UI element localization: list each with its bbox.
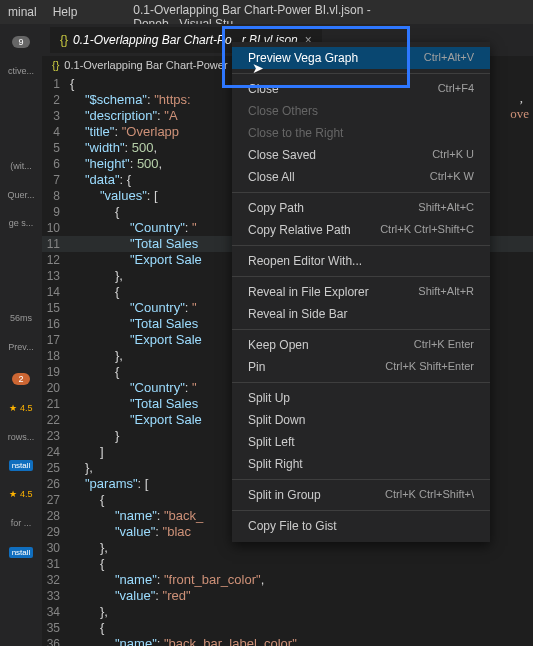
menu-item-reopen-editor-with-[interactable]: Reopen Editor With...	[232, 250, 490, 272]
line-number: 11	[42, 236, 70, 252]
code-line[interactable]: 32"name": "front_bar_color",	[42, 572, 533, 588]
sidebar-rating: ★ 4.5	[9, 403, 32, 414]
sidebar-rating-2: ★ 4.5	[9, 489, 32, 500]
line-number: 26	[42, 476, 70, 492]
code-line[interactable]: 33"value": "red"	[42, 588, 533, 604]
menu-item-reveal-in-side-bar[interactable]: Reveal in Side Bar	[232, 303, 490, 325]
menu-item-close-saved[interactable]: Close SavedCtrl+K U	[232, 144, 490, 166]
menu-label: Split in Group	[248, 488, 321, 502]
sidebar-prev: Prev...	[8, 342, 33, 353]
line-number: 30	[42, 540, 70, 556]
menu-label: Reveal in Side Bar	[248, 307, 347, 321]
menu-label: Preview Vega Graph	[248, 51, 358, 65]
sidebar-ges[interactable]: ge s...	[9, 218, 34, 229]
menu-label: Close All	[248, 170, 295, 184]
sidebar-quer[interactable]: Quer...	[7, 190, 34, 201]
menu-separator	[232, 329, 490, 330]
menu-label: Split Right	[248, 457, 303, 471]
line-number: 32	[42, 572, 70, 588]
menu-help[interactable]: Help	[53, 5, 78, 19]
line-number: 25	[42, 460, 70, 476]
menu-item-preview-vega-graph[interactable]: Preview Vega GraphCtrl+Alt+V	[232, 47, 490, 69]
menu-item-keep-open[interactable]: Keep OpenCtrl+K Enter	[232, 334, 490, 356]
line-number: 12	[42, 252, 70, 268]
code-line[interactable]: 31{	[42, 556, 533, 572]
menu-shortcut: Shift+Alt+C	[418, 201, 474, 215]
menu-label: Pin	[248, 360, 265, 374]
breadcrumb-label: 0.1-Overlapping Bar Chart-Power	[64, 59, 227, 71]
code-line[interactable]: 30},	[42, 540, 533, 556]
line-number: 15	[42, 300, 70, 316]
menu-item-split-in-group[interactable]: Split in GroupCtrl+K Ctrl+Shift+\	[232, 484, 490, 506]
line-number: 28	[42, 508, 70, 524]
menu-item-copy-relative-path[interactable]: Copy Relative PathCtrl+K Ctrl+Shift+C	[232, 219, 490, 241]
line-number: 1	[42, 76, 70, 92]
menu-label: Keep Open	[248, 338, 309, 352]
menu-item-copy-file-to-gist[interactable]: Copy File to Gist	[232, 515, 490, 537]
context-menu: Preview Vega GraphCtrl+Alt+VCloseCtrl+F4…	[232, 42, 490, 542]
menu-label: Copy Path	[248, 201, 304, 215]
menu-label: Reopen Editor With...	[248, 254, 362, 268]
sidebar-for: for ...	[11, 518, 32, 529]
line-number: 31	[42, 556, 70, 572]
line-number: 3	[42, 108, 70, 124]
menu-shortcut: Ctrl+K Ctrl+Shift+C	[380, 223, 474, 237]
line-number: 27	[42, 492, 70, 508]
menu-separator	[232, 245, 490, 246]
menu-separator	[232, 192, 490, 193]
code-line[interactable]: 34},	[42, 604, 533, 620]
line-number: 14	[42, 284, 70, 300]
line-number: 34	[42, 604, 70, 620]
menu-item-split-up[interactable]: Split Up	[232, 387, 490, 409]
menu-label: Close Others	[248, 104, 318, 118]
sidebar-install-btn-2[interactable]: nstall	[9, 547, 34, 558]
menu-shortcut: Ctrl+K W	[430, 170, 474, 184]
line-number: 16	[42, 316, 70, 332]
code-tail-comma: ,	[520, 90, 523, 106]
menu-terminal[interactable]: minal	[8, 5, 37, 19]
menu-item-split-right[interactable]: Split Right	[232, 453, 490, 475]
menu-item-close-all[interactable]: Close AllCtrl+K W	[232, 166, 490, 188]
menu-label: Close Saved	[248, 148, 316, 162]
sidebar-ctive[interactable]: ctive...	[8, 66, 34, 77]
line-number: 9	[42, 204, 70, 220]
sidebar-ms: 56ms	[10, 313, 32, 324]
code-line[interactable]: 36"name": "back_bar_label_color",	[42, 636, 533, 646]
menu-shortcut: Ctrl+K Ctrl+Shift+\	[385, 488, 474, 502]
sidebar-with[interactable]: (wit...	[10, 161, 32, 172]
line-number: 18	[42, 348, 70, 364]
menu-label: Reveal in File Explorer	[248, 285, 369, 299]
menu-shortcut: Ctrl+F4	[438, 82, 474, 96]
line-number: 24	[42, 444, 70, 460]
menu-label: Split Left	[248, 435, 295, 449]
line-number: 35	[42, 620, 70, 636]
line-number: 8	[42, 188, 70, 204]
line-number: 22	[42, 412, 70, 428]
sidebar-badge: 9	[12, 34, 29, 48]
menu-item-copy-path[interactable]: Copy PathShift+Alt+C	[232, 197, 490, 219]
line-number: 17	[42, 332, 70, 348]
menu-shortcut: Ctrl+Alt+V	[424, 51, 474, 65]
menu-item-split-left[interactable]: Split Left	[232, 431, 490, 453]
menu-item-close-to-the-right: Close to the Right	[232, 122, 490, 144]
json-icon: {}	[60, 33, 68, 47]
menu-shortcut: Ctrl+K Enter	[414, 338, 474, 352]
line-number: 6	[42, 156, 70, 172]
menu-item-split-down[interactable]: Split Down	[232, 409, 490, 431]
sidebar-install-btn[interactable]: nstall	[9, 460, 34, 471]
menu-label: Close	[248, 82, 279, 96]
menu-item-reveal-in-file-explorer[interactable]: Reveal in File ExplorerShift+Alt+R	[232, 281, 490, 303]
menu-shortcut: Shift+Alt+R	[418, 285, 474, 299]
menu-shortcut: Ctrl+K U	[432, 148, 474, 162]
line-number: 7	[42, 172, 70, 188]
code-tail-over: ove	[510, 106, 529, 122]
menu-separator	[232, 276, 490, 277]
line-number: 2	[42, 92, 70, 108]
menu-label: Close to the Right	[248, 126, 343, 140]
sidebar-rows: rows...	[8, 432, 35, 443]
line-number: 33	[42, 588, 70, 604]
menu-item-close[interactable]: CloseCtrl+F4	[232, 78, 490, 100]
code-line[interactable]: 35{	[42, 620, 533, 636]
menu-item-pin[interactable]: PinCtrl+K Shift+Enter	[232, 356, 490, 378]
line-number: 20	[42, 380, 70, 396]
